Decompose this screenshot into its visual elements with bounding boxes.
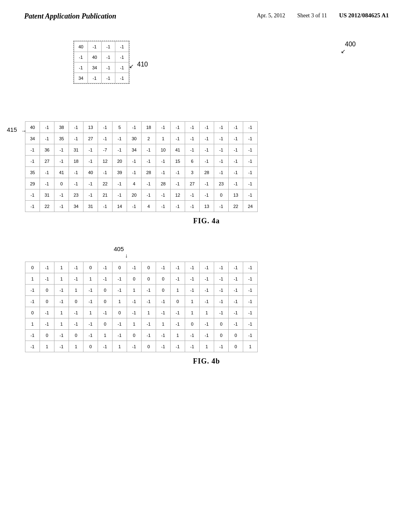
grid-cell: -1: [142, 144, 156, 156]
grid-cell: 23: [214, 178, 229, 189]
fig4a-section: 40-1-1-1-140-1-1-134-1-134-1-1-1 410 ↙ 4…: [24, 33, 389, 225]
grid-cell: 1: [200, 341, 214, 352]
grid-cell: 41: [171, 144, 185, 156]
grid-cell: -1: [54, 156, 69, 167]
grid-cell: 1: [54, 307, 69, 318]
header-patent: US 2012/084625 A1: [339, 12, 389, 19]
grid-cell: -1: [214, 307, 229, 318]
fig4b-main-table: 0-11-10-10-10-1-1-1-1-1-1-11-11-11-1-100…: [25, 262, 258, 352]
grid-cell: 1: [171, 330, 185, 341]
grid-cell: -1: [127, 262, 142, 273]
grid-cell: -1: [98, 201, 113, 212]
grid-cell: -1: [214, 133, 229, 144]
grid-cell: -1: [25, 285, 40, 296]
grid-cell: 0: [40, 330, 54, 341]
grid-cell: -1: [156, 201, 171, 212]
grid-cell: 34: [69, 201, 83, 212]
grid-cell: -1: [142, 296, 156, 307]
inset-cell: -1: [88, 73, 102, 83]
grid-cell: 0: [229, 341, 243, 352]
label-400: 400: [345, 41, 356, 48]
grid-cell: 40: [25, 122, 40, 133]
grid-cell: 4: [127, 178, 142, 189]
inset-cell: -1: [115, 62, 129, 73]
inset-cell: -1: [102, 52, 115, 62]
grid-cell: 29: [25, 178, 40, 189]
grid-cell: -1: [54, 189, 69, 201]
grid-cell: 1: [113, 296, 127, 307]
grid-cell: 13: [200, 201, 214, 212]
grid-cell: -1: [229, 167, 243, 178]
grid-cell: -1: [25, 189, 40, 201]
header: Patent Application Publication Apr. 5, 2…: [24, 12, 389, 21]
grid-cell: 0: [83, 341, 98, 352]
dashed-box-410: 40-1-1-1-140-1-1-134-1-134-1-1-1: [73, 41, 129, 84]
grid-cell: -1: [214, 296, 229, 307]
grid-cell: 35: [54, 133, 69, 144]
grid-cell: -1: [156, 122, 171, 133]
inset-cell: 40: [74, 42, 88, 52]
grid-cell: 0: [113, 262, 127, 273]
grid-cell: -1: [69, 167, 83, 178]
grid-cell: 1: [25, 273, 40, 285]
inset-cell: -1: [115, 42, 129, 52]
fig4a-container: 40-1-1-1-140-1-1-134-1-134-1-1-1 410 ↙ 4…: [25, 33, 388, 212]
grid-cell: -1: [243, 296, 258, 307]
grid-cell: 24: [243, 201, 258, 212]
fig4b-container: 405 ↓ 0-11-10-10-10-1-1-1-1-1-1-11-11-11…: [25, 241, 388, 352]
grid-cell: -1: [40, 133, 54, 144]
grid-cell: -1: [243, 156, 258, 167]
grid-cell: -1: [113, 318, 127, 330]
fig4b-main-grid-wrapper: 0-11-10-10-10-1-1-1-1-1-1-11-11-11-1-100…: [25, 262, 388, 352]
grid-cell: -1: [229, 318, 243, 330]
grid-cell: -1: [214, 144, 229, 156]
grid-cell: -1: [200, 122, 214, 133]
grid-cell: -1: [171, 307, 185, 318]
grid-cell: 0: [142, 262, 156, 273]
grid-cell: -1: [171, 341, 185, 352]
grid-cell: 0: [113, 307, 127, 318]
grid-cell: 39: [113, 167, 127, 178]
grid-cell: -1: [171, 178, 185, 189]
grid-cell: 10: [156, 144, 171, 156]
grid-cell: -1: [54, 341, 69, 352]
grid-cell: -1: [156, 296, 171, 307]
grid-cell: -1: [142, 156, 156, 167]
grid-cell: -1: [185, 273, 200, 285]
grid-cell: -1: [113, 285, 127, 296]
grid-cell: 0: [69, 296, 83, 307]
arrow-400: ↙: [341, 48, 346, 55]
grid-cell: -1: [54, 296, 69, 307]
grid-cell: -1: [171, 273, 185, 285]
grid-cell: 14: [113, 201, 127, 212]
grid-cell: 0: [69, 330, 83, 341]
grid-cell: 0: [40, 296, 54, 307]
grid-cell: 20: [127, 189, 142, 201]
grid-cell: -1: [214, 285, 229, 296]
grid-cell: -1: [25, 201, 40, 212]
grid-cell: 0: [25, 307, 40, 318]
fig4a-main-area: 415 → 40-138-113-15-118-1-1-1-1-1-1-134-…: [25, 121, 388, 212]
grid-cell: -1: [113, 330, 127, 341]
grid-cell: -1: [40, 262, 54, 273]
grid-cell: 0: [171, 296, 185, 307]
grid-cell: 1: [54, 262, 69, 273]
grid-cell: 1: [69, 285, 83, 296]
grid-cell: 0: [54, 178, 69, 189]
grid-cell: 0: [127, 273, 142, 285]
grid-cell: -1: [69, 133, 83, 144]
fig4a-main-grid-wrapper: 40-138-113-15-118-1-1-1-1-1-1-134-135-12…: [25, 121, 388, 212]
grid-cell: 27: [83, 133, 98, 144]
label-405: 405: [114, 245, 124, 252]
grid-cell: 12: [171, 189, 185, 201]
grid-cell: -1: [214, 167, 229, 178]
grid-cell: 38: [54, 122, 69, 133]
grid-cell: -1: [214, 156, 229, 167]
grid-cell: -1: [142, 178, 156, 189]
grid-cell: 1: [83, 273, 98, 285]
grid-cell: -1: [243, 189, 258, 201]
grid-cell: 0: [229, 330, 243, 341]
inset-cell: -1: [115, 52, 129, 62]
grid-cell: 1: [243, 341, 258, 352]
grid-cell: 28: [142, 167, 156, 178]
